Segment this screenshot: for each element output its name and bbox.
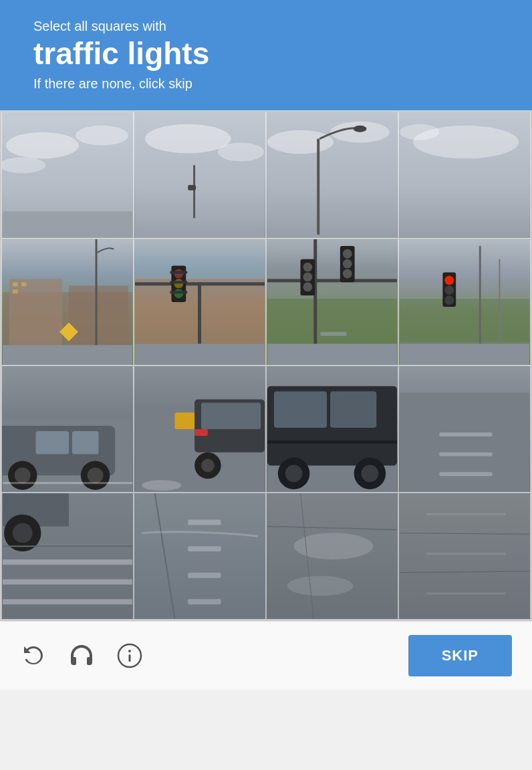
svg-rect-103 <box>3 599 132 604</box>
svg-rect-55 <box>400 299 529 342</box>
grid-cell-7[interactable] <box>398 239 531 366</box>
svg-rect-77 <box>201 402 261 429</box>
svg-rect-108 <box>188 546 221 551</box>
svg-rect-86 <box>330 391 376 427</box>
svg-rect-9 <box>188 184 196 190</box>
svg-rect-36 <box>170 271 187 273</box>
svg-rect-96 <box>439 472 492 476</box>
svg-rect-67 <box>72 431 99 455</box>
svg-point-61 <box>444 295 454 305</box>
grid-cell-3[interactable] <box>398 112 531 239</box>
svg-rect-53 <box>320 332 347 336</box>
svg-rect-66 <box>36 431 69 455</box>
svg-rect-8 <box>193 165 195 218</box>
svg-rect-20 <box>9 279 62 345</box>
svg-rect-43 <box>267 279 397 282</box>
svg-rect-123 <box>129 654 131 662</box>
svg-point-60 <box>444 285 454 295</box>
image-grid <box>0 110 532 621</box>
svg-rect-13 <box>317 138 319 234</box>
svg-point-124 <box>128 650 131 652</box>
svg-rect-52 <box>267 344 397 365</box>
svg-rect-4 <box>3 211 132 238</box>
svg-rect-102 <box>3 579 132 584</box>
info-button[interactable] <box>116 642 143 669</box>
grid-cell-14[interactable] <box>266 493 398 620</box>
svg-point-7 <box>218 142 264 161</box>
svg-point-17 <box>400 124 439 140</box>
svg-point-11 <box>267 130 334 154</box>
grid-cell-12[interactable] <box>1 493 134 620</box>
svg-point-51 <box>343 269 352 278</box>
grid-cell-15[interactable] <box>398 493 531 620</box>
svg-rect-41 <box>267 299 397 345</box>
captcha-container: Select all squares with traffic lights I… <box>0 0 532 690</box>
svg-rect-95 <box>439 452 492 456</box>
grid-cell-11[interactable] <box>398 366 531 493</box>
captcha-header: Select all squares with traffic lights I… <box>0 0 532 110</box>
svg-rect-38 <box>170 291 187 293</box>
svg-rect-78 <box>194 429 208 436</box>
svg-point-45 <box>303 262 312 271</box>
svg-rect-21 <box>69 285 128 345</box>
svg-point-113 <box>287 575 354 596</box>
svg-rect-94 <box>439 432 492 436</box>
refresh-button[interactable] <box>20 642 47 669</box>
header-subtitle: Select all squares with <box>33 19 499 34</box>
svg-rect-23 <box>21 282 27 286</box>
svg-rect-62 <box>400 344 529 365</box>
grid-cell-6[interactable] <box>266 239 398 366</box>
svg-rect-101 <box>3 559 132 565</box>
svg-rect-110 <box>188 599 221 604</box>
svg-point-47 <box>303 282 312 291</box>
svg-point-2 <box>76 125 128 145</box>
svg-point-33 <box>174 269 183 278</box>
svg-point-50 <box>343 259 352 268</box>
skip-button[interactable]: SKIP <box>408 635 512 676</box>
svg-point-49 <box>343 249 352 258</box>
svg-point-80 <box>201 459 215 472</box>
grid-cell-5[interactable] <box>134 239 266 366</box>
svg-point-14 <box>354 125 367 132</box>
svg-rect-121 <box>426 592 506 594</box>
grid-cell-13[interactable] <box>134 493 266 620</box>
header-title: traffic lights <box>33 37 499 71</box>
svg-rect-24 <box>13 289 18 293</box>
svg-point-1 <box>6 132 79 158</box>
svg-point-88 <box>285 465 303 482</box>
svg-rect-109 <box>188 572 221 578</box>
svg-point-6 <box>145 124 231 153</box>
grid-cell-4[interactable] <box>1 239 134 366</box>
svg-rect-22 <box>13 282 18 286</box>
svg-rect-91 <box>267 440 397 443</box>
svg-rect-85 <box>274 391 327 427</box>
svg-rect-116 <box>400 493 529 619</box>
svg-rect-120 <box>426 553 506 555</box>
svg-point-46 <box>303 272 312 281</box>
footer-icons-group <box>20 641 143 670</box>
grid-cell-9[interactable] <box>134 366 266 493</box>
svg-rect-37 <box>170 281 187 283</box>
svg-point-71 <box>88 467 104 483</box>
svg-rect-26 <box>3 345 132 365</box>
svg-point-81 <box>142 480 181 491</box>
svg-rect-107 <box>188 519 221 525</box>
svg-rect-119 <box>426 513 506 515</box>
svg-rect-72 <box>3 482 132 484</box>
grid-cell-8[interactable] <box>1 366 134 493</box>
grid-cell-1[interactable] <box>134 112 266 239</box>
captcha-footer: SKIP <box>0 621 532 690</box>
svg-rect-39 <box>135 344 265 365</box>
grid-cell-2[interactable] <box>266 112 398 239</box>
audio-button[interactable] <box>67 641 96 670</box>
svg-rect-93 <box>400 392 529 491</box>
header-instruction: If there are none, click skip <box>33 76 499 92</box>
svg-point-100 <box>13 523 33 543</box>
grid-cell-10[interactable] <box>266 366 398 493</box>
svg-point-69 <box>15 467 31 483</box>
svg-point-90 <box>362 465 379 482</box>
svg-point-59 <box>444 275 454 285</box>
grid-cell-0[interactable] <box>1 112 134 239</box>
